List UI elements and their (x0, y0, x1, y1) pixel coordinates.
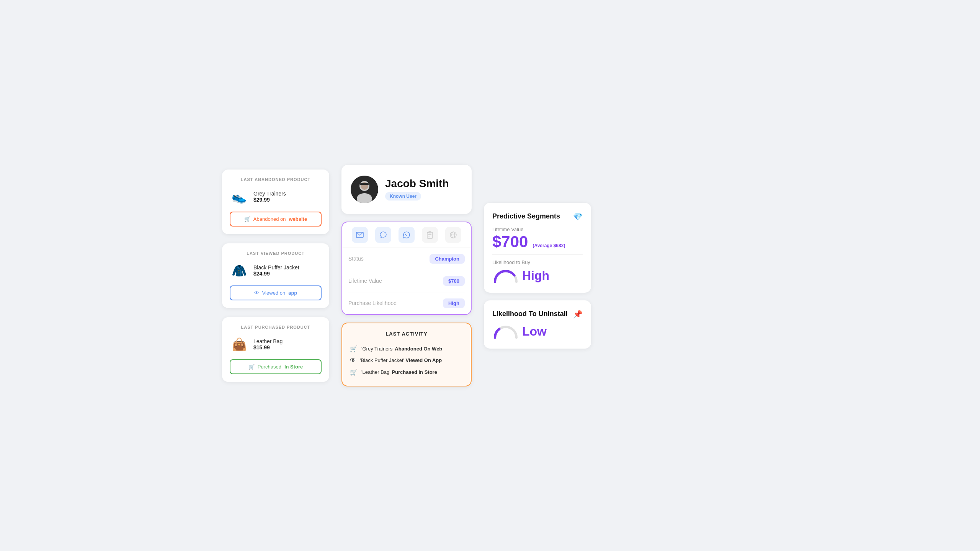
uninstall-gauge-svg (492, 324, 519, 339)
viewed-product-details: Black Puffer Jacket $24.99 (253, 264, 299, 277)
right-column: Predictive Segments 💎 Lifetime Value $70… (484, 203, 591, 349)
predictive-header: Predictive Segments 💎 (492, 212, 583, 221)
predictive-icon: 💎 (573, 212, 583, 221)
lifetime-avg: (Average $682) (532, 243, 565, 248)
activity-eye-icon-2: 👁 (350, 357, 356, 364)
globe-icon (449, 231, 457, 239)
channel-email[interactable] (352, 227, 368, 243)
divider-1 (492, 254, 583, 255)
channel-whatsapp[interactable] (399, 227, 415, 243)
user-avatar (351, 176, 378, 203)
svg-rect-4 (360, 183, 369, 185)
purchased-product-info: 👜 Leather Bag $15.99 (230, 335, 322, 354)
lifetime-label: Lifetime Value (348, 278, 382, 284)
viewed-btn-bold: app (288, 290, 297, 296)
channel-icons-row (342, 222, 471, 248)
avg-label: (Average (532, 243, 553, 248)
store-cart-icon: 🛒 (248, 364, 255, 370)
purchased-action-button[interactable]: 🛒 Purchased In Store (230, 359, 322, 374)
user-badge: Known User (385, 192, 421, 201)
predictive-title: Predictive Segments (492, 212, 560, 220)
lifetime-value-row: $700 (Average $682) (492, 234, 583, 250)
profile-panel: Status Champion Lifetime Value $700 Purc… (341, 222, 472, 315)
purchased-product-image: 👜 (230, 335, 249, 354)
uninstall-icon: 📌 (573, 310, 583, 319)
predictive-segments-card: Predictive Segments 💎 Lifetime Value $70… (484, 203, 591, 293)
likelihood-value: High (443, 298, 465, 308)
buy-label: Likelihood to Buy (492, 259, 583, 265)
profile-row-likelihood: Purchase Likelihood High (348, 292, 465, 314)
profile-rows: Status Champion Lifetime Value $700 Purc… (342, 248, 471, 314)
channel-clipboard[interactable] (422, 227, 438, 243)
activity-panel: LAST ACTIVITY 🛒 'Grey Trainers' Abandone… (341, 323, 472, 386)
buy-likelihood-value: High (522, 269, 549, 283)
uninstall-title: Likelihood To Uninstall (492, 310, 568, 318)
activity-item-3: 🛒 'Leather Bag' Purchased In Store (350, 366, 463, 378)
lifetime-value-label: Lifetime Value (492, 227, 583, 232)
purchased-product-details: Leather Bag $15.99 (253, 338, 283, 350)
uninstall-likelihood-value: Low (522, 324, 547, 339)
main-container: LAST ABANDONED PRODUCT 👟 Grey Trainers $… (222, 165, 758, 386)
viewed-product-name: Black Puffer Jacket (253, 264, 299, 271)
likelihood-label: Purchase Likelihood (348, 300, 397, 306)
left-column: LAST ABANDONED PRODUCT 👟 Grey Trainers $… (222, 170, 329, 382)
activity-bold-2: Viewed On App (406, 357, 442, 363)
activity-text-1: 'Grey Trainers' Abandoned On Web (361, 346, 442, 352)
purchased-card-title: LAST PURCHASED PRODUCT (230, 325, 322, 329)
user-info: Jacob Smith Known User (385, 178, 449, 201)
avg-value: $682 (554, 243, 564, 248)
buy-gauge-svg (492, 268, 519, 284)
lifetime-value: $700 (443, 276, 465, 286)
lifetime-value-amount: $700 (492, 234, 528, 250)
activity-bold-1: Abandoned On Web (395, 346, 442, 352)
viewed-card-title: LAST VIEWED PRODUCT (230, 251, 322, 256)
status-value: Champion (430, 254, 465, 264)
viewed-product-price: $24.99 (253, 271, 299, 277)
activity-item-1: 🛒 'Grey Trainers' Abandoned On Web (350, 343, 463, 355)
activity-normal-1: 'Grey Trainers' (361, 346, 395, 352)
activity-cart-icon-3: 🛒 (350, 368, 358, 376)
activity-normal-2: 'Black Puffer Jacket' (360, 357, 406, 363)
purchased-btn-normal: Purchased (258, 364, 281, 370)
viewed-product-image: 🧥 (230, 261, 249, 280)
abandoned-btn-normal: Abandoned on (253, 216, 286, 222)
purchased-product-price: $15.99 (253, 344, 283, 350)
purchased-btn-bold: In Store (284, 364, 303, 370)
activity-title: LAST ACTIVITY (350, 331, 463, 337)
avg-close: ) (564, 243, 565, 248)
activity-item-2: 👁 'Black Puffer Jacket' Viewed On App (350, 355, 463, 366)
likelihood-to-buy-row: High (492, 268, 583, 284)
viewed-product-card: LAST VIEWED PRODUCT 🧥 Black Puffer Jacke… (222, 243, 329, 308)
abandoned-action-button[interactable]: 🛒 Abandoned on website (230, 212, 322, 227)
abandoned-product-name: Grey Trainers (253, 191, 286, 197)
abandoned-btn-bold: website (289, 216, 307, 222)
profile-row-status: Status Champion (348, 248, 465, 270)
uninstall-header: Likelihood To Uninstall 📌 (492, 310, 583, 319)
cart-icon: 🛒 (244, 216, 250, 222)
email-icon (356, 232, 364, 238)
viewed-product-info: 🧥 Black Puffer Jacket $24.99 (230, 261, 322, 280)
activity-bold-3: Purchased In Store (392, 369, 437, 375)
user-card: Jacob Smith Known User (341, 165, 472, 214)
viewed-btn-normal: Viewed on (262, 290, 285, 296)
purchased-product-card: LAST PURCHASED PRODUCT 👜 Leather Bag $15… (222, 317, 329, 382)
chat-icon (379, 231, 387, 239)
buy-gauge (492, 268, 519, 284)
clipboard-icon (426, 231, 433, 239)
purchased-product-name: Leather Bag (253, 338, 283, 344)
avatar-svg (351, 176, 378, 203)
uninstall-likelihood-row: Low (492, 324, 583, 339)
uninstall-card: Likelihood To Uninstall 📌 Low (484, 300, 591, 349)
abandoned-product-details: Grey Trainers $29.99 (253, 191, 286, 203)
abandoned-product-info: 👟 Grey Trainers $29.99 (230, 187, 322, 206)
activity-normal-3: 'Leather Bag' (361, 369, 392, 375)
channel-chat[interactable] (375, 227, 391, 243)
viewed-action-button[interactable]: 👁 Viewed on app (230, 285, 322, 300)
abandoned-product-price: $29.99 (253, 197, 286, 203)
uninstall-gauge (492, 324, 519, 339)
abandoned-product-card: LAST ABANDONED PRODUCT 👟 Grey Trainers $… (222, 170, 329, 234)
abandoned-card-title: LAST ABANDONED PRODUCT (230, 177, 322, 182)
channel-globe[interactable] (445, 227, 461, 243)
user-name: Jacob Smith (385, 178, 449, 190)
eye-icon: 👁 (254, 290, 259, 296)
